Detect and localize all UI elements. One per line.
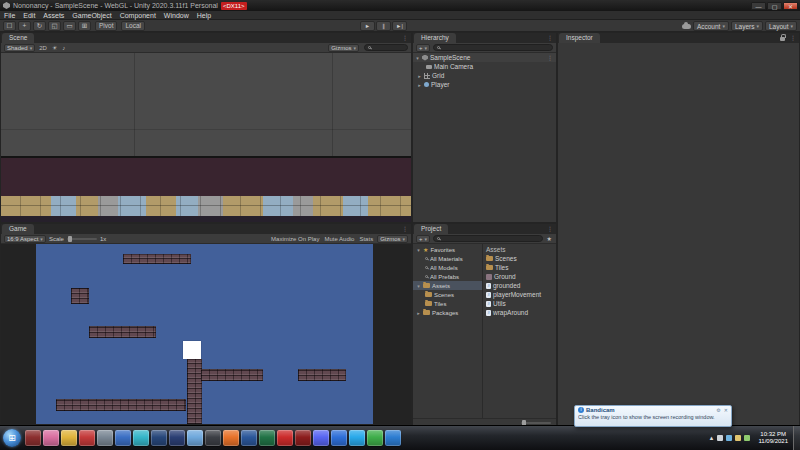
aspect-ratio-dropdown[interactable]: 16:9 Aspect ▾ [4, 235, 46, 243]
rotate-tool-icon[interactable]: ↻ [33, 21, 46, 31]
tray-icon[interactable] [735, 435, 741, 441]
slider-thumb[interactable] [68, 236, 72, 242]
panel-menu-icon[interactable]: ⋮ [402, 33, 408, 43]
foldout-open-icon[interactable]: ▾ [416, 247, 421, 253]
file-wraparound[interactable]: # wrapAround [483, 308, 556, 317]
taskbar-app-icon[interactable] [223, 430, 239, 446]
local-toggle-button[interactable]: Local [121, 21, 145, 31]
menu-assets[interactable]: Assets [39, 11, 68, 20]
stats-toggle[interactable]: Stats [358, 236, 374, 242]
tree-all-prefabs[interactable]: All Prefabs [413, 272, 482, 281]
taskbar-clock[interactable]: 10:32 PM 11/09/2021 [758, 431, 788, 445]
taskbar-app-icon[interactable] [187, 430, 203, 446]
game-viewport[interactable] [1, 244, 411, 424]
taskbar-app-icon[interactable] [133, 430, 149, 446]
scene-gizmos-dropdown[interactable]: Gizmos ▾ [328, 44, 359, 52]
menu-gameobject[interactable]: GameObject [68, 11, 115, 20]
hierarchy-scene-row[interactable]: ▾ SampleScene ⋮ [413, 53, 556, 62]
audio-toggle-icon[interactable]: ♪ [61, 45, 66, 51]
scale-tool-icon[interactable]: ◱ [48, 21, 61, 31]
taskbar-app-icon[interactable] [61, 430, 77, 446]
tab-game[interactable]: Game [2, 224, 34, 234]
menu-help[interactable]: Help [193, 11, 215, 20]
taskbar-app-icon[interactable] [241, 430, 257, 446]
tab-hierarchy[interactable]: Hierarchy [414, 33, 456, 43]
hierarchy-item-main-camera[interactable]: Main Camera [413, 62, 556, 71]
taskbar-app-icon[interactable] [169, 430, 185, 446]
tab-inspector[interactable]: Inspector [559, 33, 600, 43]
taskbar-app-icon[interactable] [151, 430, 167, 446]
foldout-open-icon[interactable]: ▾ [416, 283, 421, 289]
tree-packages[interactable]: ▸ Packages [413, 308, 482, 317]
account-dropdown[interactable]: Account ▾ [693, 21, 729, 31]
shading-mode-dropdown[interactable]: Shaded ▾ [4, 44, 35, 52]
move-tool-icon[interactable]: + [18, 21, 31, 31]
tree-all-models[interactable]: All Models [413, 263, 482, 272]
maximize-on-play-toggle[interactable]: Maximize On Play [270, 236, 320, 242]
panel-menu-icon[interactable]: ⋮ [790, 33, 796, 43]
foldout-closed-icon[interactable]: ▸ [417, 73, 422, 79]
scene-viewport[interactable] [1, 53, 411, 222]
layout-dropdown[interactable]: Layout ▾ [765, 21, 797, 31]
file-ground[interactable]: Ground [483, 272, 556, 281]
menu-file[interactable]: File [0, 11, 19, 20]
tree-tiles-folder[interactable]: Tiles [413, 299, 482, 308]
lighting-toggle-icon[interactable]: ☀ [51, 44, 58, 51]
foldout-closed-icon[interactable]: ▸ [417, 82, 422, 88]
transform-tool-icon[interactable]: ⊞ [78, 21, 91, 31]
taskbar-app-icon[interactable] [79, 430, 95, 446]
taskbar-app-icon[interactable] [205, 430, 221, 446]
menu-edit[interactable]: Edit [19, 11, 39, 20]
tab-project[interactable]: Project [414, 224, 448, 234]
2d-toggle[interactable]: 2D [38, 45, 48, 51]
lock-icon[interactable] [780, 37, 785, 41]
taskbar-app-icon[interactable] [259, 430, 275, 446]
settings-icon[interactable]: ⚙ [716, 407, 720, 413]
project-search-input[interactable] [433, 235, 543, 242]
menu-window[interactable]: Window [160, 11, 193, 20]
view-tool-icon[interactable]: ☐ [3, 21, 16, 31]
taskbar-app-icon[interactable] [385, 430, 401, 446]
tree-all-materials[interactable]: All Materials [413, 254, 482, 263]
create-dropdown[interactable]: + ▾ [416, 235, 430, 243]
tab-scene[interactable]: Scene [2, 33, 34, 43]
pivot-toggle-button[interactable]: Pivot [95, 21, 117, 31]
file-tiles[interactable]: Tiles [483, 263, 556, 272]
hierarchy-item-grid[interactable]: ▸ Grid [413, 71, 556, 80]
panel-menu-icon[interactable]: ⋮ [402, 224, 408, 234]
mute-audio-toggle[interactable]: Mute Audio [323, 236, 355, 242]
minimize-button[interactable]: — [751, 2, 766, 10]
panel-menu-icon[interactable]: ⋮ [547, 224, 553, 234]
tray-icon[interactable] [717, 435, 723, 441]
file-utils[interactable]: # Utils [483, 299, 556, 308]
search-filter-icon[interactable]: ★ [546, 235, 553, 242]
file-playermovement[interactable]: # playerMovement [483, 290, 556, 299]
thumbnail-zoom-slider[interactable] [521, 422, 551, 424]
scene-menu-icon[interactable]: ⋮ [547, 54, 553, 61]
taskbar-app-icon[interactable] [277, 430, 293, 446]
play-button[interactable]: ► [360, 21, 375, 31]
show-desktop-button[interactable] [793, 426, 800, 450]
tree-favorites[interactable]: ▾ ★ Favorites [413, 245, 482, 254]
tray-expand-icon[interactable]: ▲ [708, 435, 714, 441]
tray-icon[interactable] [744, 435, 750, 441]
bandicam-popup[interactable]: i Bandicam ⚙ ✕ Click the tray icon to sh… [574, 405, 732, 427]
scene-search-input[interactable] [364, 44, 408, 51]
taskbar-app-icon[interactable] [25, 430, 41, 446]
game-canvas[interactable] [36, 244, 373, 424]
file-grounded[interactable]: # grounded [483, 281, 556, 290]
file-scenes[interactable]: Scenes [483, 254, 556, 263]
tree-scenes-folder[interactable]: Scenes [413, 290, 482, 299]
taskbar-app-icon[interactable] [115, 430, 131, 446]
close-button[interactable]: ✕ [783, 2, 798, 10]
taskbar-app-icon[interactable] [43, 430, 59, 446]
tree-assets[interactable]: ▾ Assets [413, 281, 482, 290]
step-button[interactable]: ►| [392, 21, 407, 31]
foldout-open-icon[interactable]: ▾ [415, 55, 420, 61]
rect-tool-icon[interactable]: ▭ [63, 21, 76, 31]
close-icon[interactable]: ✕ [724, 407, 728, 413]
scale-slider[interactable] [67, 238, 97, 240]
taskbar-app-icon[interactable] [295, 430, 311, 446]
panel-menu-icon[interactable]: ⋮ [547, 33, 553, 43]
hierarchy-item-player[interactable]: ▸ Player [413, 80, 556, 89]
